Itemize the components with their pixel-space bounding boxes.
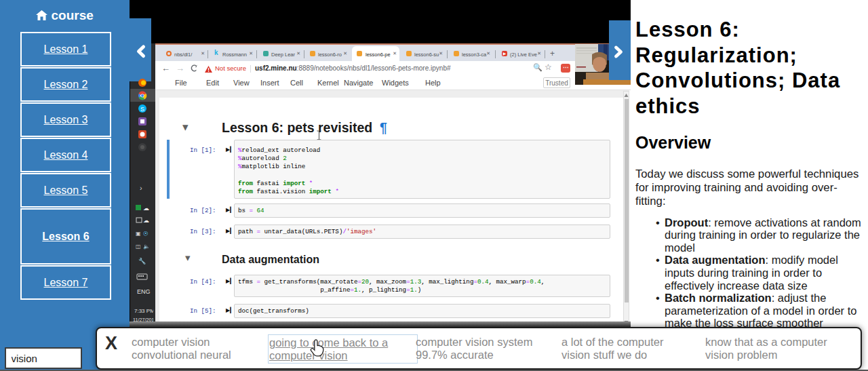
svg-text:⦿: ⦿ <box>143 231 149 237</box>
svg-text:🔈: 🔈 <box>143 243 150 250</box>
svg-text:S: S <box>140 106 144 113</box>
svg-text:ENG: ENG <box>137 288 151 295</box>
svg-text:☁: ☁ <box>143 217 149 224</box>
svg-text:◫: ◫ <box>136 243 141 250</box>
svg-text:7:33 PM: 7:33 PM <box>134 308 153 314</box>
svg-text:🔧: 🔧 <box>138 257 146 265</box>
svg-text:☁: ☁ <box>143 205 149 212</box>
svg-text:11/27/2018: 11/27/2018 <box>133 317 153 323</box>
svg-text:›: › <box>140 184 142 192</box>
svg-text:▣: ▣ <box>136 231 141 237</box>
